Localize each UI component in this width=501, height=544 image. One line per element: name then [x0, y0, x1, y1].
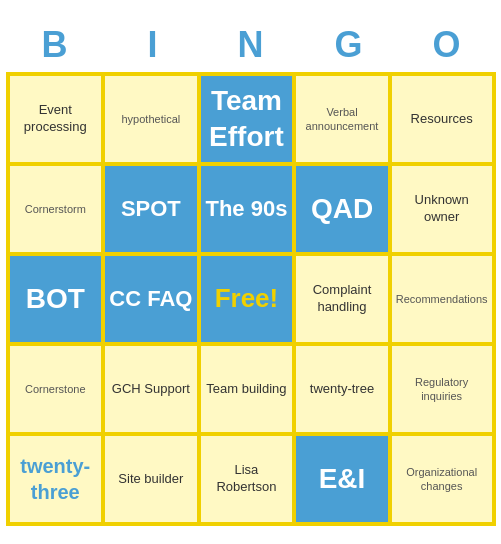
cell-16[interactable]: GCH Support	[104, 345, 198, 433]
cell-24[interactable]: Organizational changes	[391, 435, 493, 523]
cell-14[interactable]: Recommendations	[391, 255, 493, 343]
cell-9[interactable]: Unknown owner	[391, 165, 493, 253]
cell-18[interactable]: twenty-tree	[295, 345, 389, 433]
cell-2[interactable]: Team Effort	[200, 75, 294, 163]
cell-21[interactable]: Site builder	[104, 435, 198, 523]
header-i: I	[109, 24, 197, 66]
cell-15[interactable]: Cornerstone	[9, 345, 103, 433]
cell-17[interactable]: Team building	[200, 345, 294, 433]
cell-1[interactable]: hypothetical	[104, 75, 198, 163]
cell-23[interactable]: E&I	[295, 435, 389, 523]
cell-13[interactable]: Complaint handling	[295, 255, 389, 343]
cell-5[interactable]: Cornerstorm	[9, 165, 103, 253]
header-b: B	[11, 24, 99, 66]
cell-12-free[interactable]: Free!	[200, 255, 294, 343]
cell-8[interactable]: QAD	[295, 165, 389, 253]
cell-4[interactable]: Resources	[391, 75, 493, 163]
cell-22[interactable]: Lisa Robertson	[200, 435, 294, 523]
bingo-header: B I N G O	[6, 18, 496, 72]
bingo-card: B I N G O Event processing hypothetical …	[6, 18, 496, 526]
cell-19[interactable]: Regulatory inquiries	[391, 345, 493, 433]
header-o: O	[403, 24, 491, 66]
cell-20[interactable]: twenty-three	[9, 435, 103, 523]
cell-0[interactable]: Event processing	[9, 75, 103, 163]
bingo-grid: Event processing hypothetical Team Effor…	[6, 72, 496, 526]
cell-6[interactable]: SPOT	[104, 165, 198, 253]
cell-7[interactable]: The 90s	[200, 165, 294, 253]
header-n: N	[207, 24, 295, 66]
header-g: G	[305, 24, 393, 66]
cell-10[interactable]: BOT	[9, 255, 103, 343]
cell-3[interactable]: Verbal announcement	[295, 75, 389, 163]
cell-11[interactable]: CC FAQ	[104, 255, 198, 343]
